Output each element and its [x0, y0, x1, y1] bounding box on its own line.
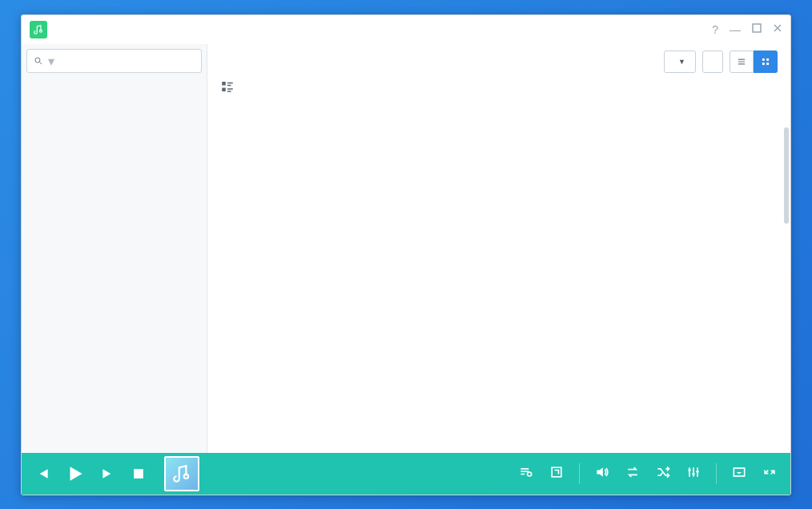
shuffle-button[interactable]	[655, 464, 671, 483]
view-toggle	[730, 50, 778, 73]
svg-rect-47	[753, 24, 761, 32]
search-icon	[34, 55, 43, 67]
collapse-button[interactable]	[762, 464, 778, 483]
next-button[interactable]	[100, 466, 116, 482]
grid-view-button[interactable]	[754, 50, 778, 73]
queue-button[interactable]	[518, 464, 534, 483]
search-input[interactable]	[58, 55, 195, 67]
now-playing-art[interactable]	[164, 456, 199, 491]
help-icon[interactable]: ?	[712, 23, 718, 36]
content-scroll[interactable]	[207, 103, 790, 453]
settings-button[interactable]	[702, 50, 723, 73]
maximize-icon[interactable]	[752, 23, 762, 36]
player-bar	[22, 453, 790, 495]
equalizer-button[interactable]	[685, 464, 701, 483]
close-icon[interactable]	[773, 23, 782, 36]
volume-button[interactable]	[594, 464, 610, 483]
app-window: ? — ▾ ▼	[21, 14, 791, 495]
stop-button[interactable]	[131, 466, 147, 482]
prev-button[interactable]	[34, 466, 50, 482]
lyrics-button[interactable]	[549, 464, 565, 483]
search-box[interactable]: ▾	[26, 49, 202, 73]
section-heading	[207, 79, 790, 103]
minimize-icon[interactable]: —	[730, 23, 741, 36]
scrollbar-thumb[interactable]	[784, 127, 789, 224]
main-panel: ▼	[207, 44, 790, 453]
miniplayer-button[interactable]	[731, 464, 747, 483]
titlebar: ? —	[22, 15, 790, 44]
action-button[interactable]: ▼	[664, 50, 696, 73]
play-button[interactable]	[65, 463, 86, 484]
list-view-button[interactable]	[730, 50, 754, 73]
repeat-button[interactable]	[625, 464, 641, 483]
genre-section-icon	[220, 79, 235, 97]
sidebar: ▾	[22, 44, 207, 453]
app-icon	[30, 21, 47, 38]
toolbar: ▼	[207, 44, 790, 79]
